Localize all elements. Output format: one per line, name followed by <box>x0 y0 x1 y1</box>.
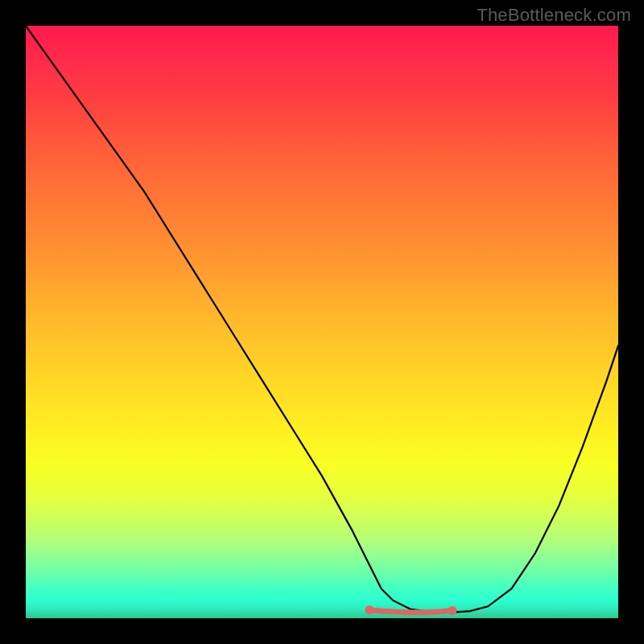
optimal-band-dot <box>448 606 456 615</box>
optimal-band-markers <box>365 605 456 615</box>
optimal-band-line <box>369 610 452 613</box>
bottleneck-curve-path <box>26 26 618 613</box>
optimal-band-dot <box>365 605 374 614</box>
chart-svg <box>26 26 618 618</box>
watermark-text: TheBottleneck.com <box>477 5 631 26</box>
plot-area <box>26 26 618 618</box>
